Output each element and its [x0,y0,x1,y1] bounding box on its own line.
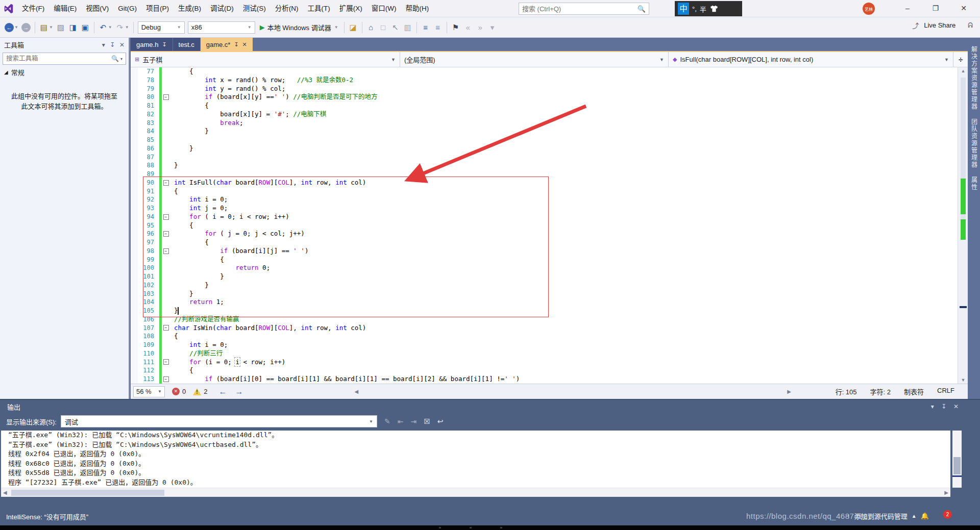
fold-margin[interactable] [162,119,170,128]
collapse-icon[interactable]: − [163,231,169,237]
menu-item-9[interactable]: 工具(T) [303,0,335,17]
fold-margin[interactable] [162,349,170,358]
hscroll-left-icon[interactable]: ◀ [354,389,358,394]
nav-back-icon[interactable]: ←▼ [5,23,18,32]
save-all-icon[interactable]: ▣ [81,23,90,32]
collapse-icon[interactable]: − [163,180,169,186]
redo-icon[interactable]: ↷▼ [115,23,129,32]
project-dropdown[interactable]: ⊞ 五子棋 ▼ [131,52,400,67]
next-bookmark-icon[interactable]: » [476,23,485,32]
split-editor-button[interactable]: ÷ [953,52,968,67]
paste-icon[interactable]: ▥ [403,23,412,32]
breakpoint-margin[interactable] [131,272,138,281]
toolbox-close-icon[interactable]: ✕ [119,41,125,48]
code-line-79[interactable]: 79 int y = rand() % col; [131,85,958,93]
code-line-113[interactable]: 113− if (board[i][0] == board[i][1] && b… [131,375,958,384]
toolbox-search-input[interactable] [6,55,111,62]
breakpoint-margin[interactable] [131,230,138,238]
breakpoint-margin[interactable] [131,170,138,179]
code-line-109[interactable]: 109 int i = 0; [131,341,958,349]
tool-tab-2[interactable]: 属性 [970,176,978,191]
editor-vertical-scrollbar[interactable]: ▲ ▼ [958,67,968,384]
fold-margin[interactable] [162,238,170,247]
fold-margin[interactable] [162,366,170,375]
next-message-icon[interactable]: ⇥ [410,417,416,425]
fold-margin[interactable] [162,264,170,272]
collapse-icon[interactable]: − [163,325,169,331]
bookmark-more-icon[interactable]: ▾ [488,23,497,32]
breakpoint-margin[interactable] [131,366,138,375]
tool-tab-0[interactable]: 解决方案资源管理器 [970,46,978,110]
navigate-back-icon[interactable]: ← [218,387,227,396]
pin-icon[interactable]: ↧ [162,41,166,48]
fold-margin[interactable] [162,281,170,290]
column-indicator[interactable]: 字符: 2 [870,387,891,396]
code-line-87[interactable]: 87 [131,153,958,162]
output-pin-icon[interactable]: ↧ [941,403,946,410]
hscroll-left-icon[interactable]: ◀ [3,490,7,495]
error-count[interactable]: 0 [182,388,186,395]
home-window-icon[interactable]: ⌂ [366,23,376,32]
warning-count[interactable]: 2 [204,388,207,395]
breakpoint-margin[interactable] [131,179,138,187]
toolbox-search-box[interactable]: 🔍▾ [3,53,126,65]
fold-margin[interactable]: − [162,247,170,256]
zoom-dropdown[interactable]: 56 % ▼ [133,386,165,397]
breakpoint-margin[interactable] [131,324,138,333]
menu-item-12[interactable]: 帮助(H) [401,0,433,17]
fold-margin[interactable]: − [162,375,170,384]
fold-margin[interactable] [162,272,170,281]
fold-margin[interactable] [162,170,170,179]
code-line-100[interactable]: 100 return 0; [131,264,958,272]
fold-margin[interactable]: − [162,324,170,333]
notification-bell-icon[interactable]: 🔔 [921,512,929,520]
output-horizontal-scrollbar[interactable]: ◀ ▶ [1,488,950,497]
menu-item-7[interactable]: 测试(S) [238,0,271,17]
breakpoint-margin[interactable] [131,281,138,290]
platform-dropdown[interactable]: x86▼ [188,21,255,34]
code-line-110[interactable]: 110 //判断三行 [131,349,958,358]
expand-up-icon[interactable]: ▲ [912,513,917,519]
close-button[interactable]: ✕ [952,0,975,17]
menu-item-5[interactable]: 生成(B) [174,0,206,17]
code-line-89[interactable]: 89 [131,170,958,179]
clear-all-icon[interactable]: ☒ [424,417,430,425]
breakpoint-margin[interactable] [131,358,138,367]
code-line-83[interactable]: 83 break; [131,119,958,128]
breakpoint-margin[interactable] [131,341,138,349]
breakpoint-margin[interactable] [131,102,138,110]
scope-dropdown[interactable]: (全局范围) ▼ [400,52,669,67]
save-icon[interactable]: ◨ [68,23,78,32]
tool-tab-1[interactable]: 团队资源管理器 [970,118,978,168]
breakpoint-margin[interactable] [131,136,138,144]
menu-item-3[interactable]: Git(G) [113,0,141,17]
ime-halfwidth-icon[interactable]: 半 [700,4,706,14]
breakpoint-margin[interactable] [131,349,138,358]
tabs-indicator[interactable]: 制表符 [904,387,924,396]
undo-icon[interactable]: ↶▼ [99,23,112,32]
feedback-person-icon[interactable]: ᕱ [968,21,973,30]
fold-margin[interactable] [162,136,170,144]
output-menu-chevron-icon[interactable]: ▾ [931,403,934,410]
pin-icon[interactable]: ↧ [234,41,238,48]
indent-out-icon[interactable]: ≡ [421,23,430,32]
breakpoint-margin[interactable] [131,238,138,247]
line-indicator[interactable]: 行: 105 [836,387,857,396]
code-line-111[interactable]: 111− for (i = 0; i < row; i++) [131,358,958,367]
output-log[interactable]: “五子棋.exe” (Win32): 已加载 “C:\Windows\SysWO… [1,431,950,488]
toolbox-section-general[interactable]: ◢ 常规 [0,66,129,78]
fold-margin[interactable] [162,298,170,307]
scroll-up-icon[interactable]: ▲ [958,68,968,73]
fold-margin[interactable] [162,195,170,204]
breakpoint-margin[interactable] [131,315,138,324]
code-line-102[interactable]: 102 } [131,281,958,290]
fold-margin[interactable]: − [162,358,170,367]
code-line-93[interactable]: 93 int j = 0; [131,204,958,213]
breakpoint-margin[interactable] [131,85,138,93]
breakpoint-margin[interactable] [131,256,138,264]
prev-message-icon[interactable]: ⇤ [398,417,404,425]
hscroll-right-icon[interactable]: ▶ [944,490,948,495]
prev-bookmark-icon[interactable]: « [463,23,473,32]
output-source-dropdown[interactable]: 调试 ▼ [61,415,377,427]
code-editor[interactable]: 77 {78 int x = rand() % row; //%3 就是余数0-… [131,67,958,384]
